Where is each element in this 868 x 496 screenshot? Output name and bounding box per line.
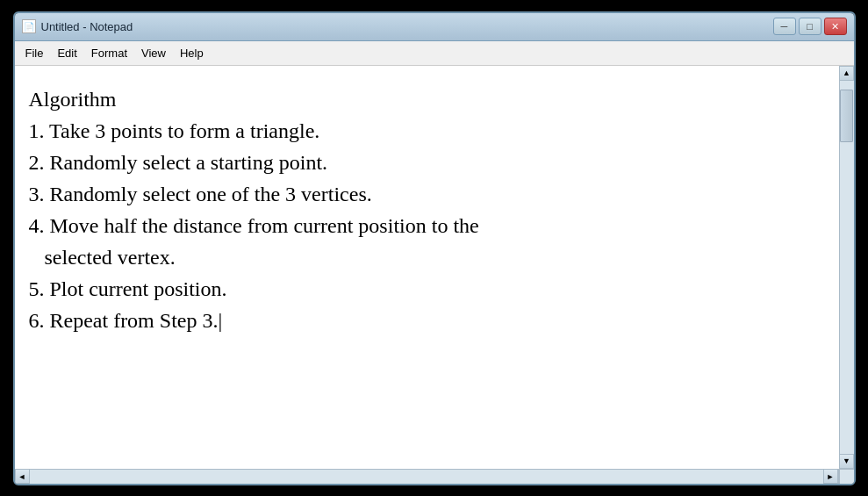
title-bar-left: 📄 Untitled - Notepad <box>22 19 133 33</box>
text-area-wrapper <box>15 66 839 469</box>
close-button[interactable]: ✕ <box>824 18 847 35</box>
menu-file[interactable]: File <box>18 43 51 63</box>
window-controls: ─ □ ✕ <box>773 18 847 35</box>
maximize-button[interactable]: □ <box>799 18 821 35</box>
app-icon-symbol: 📄 <box>24 22 34 32</box>
scroll-track-horizontal[interactable] <box>30 470 823 484</box>
minimize-button[interactable]: ─ <box>773 18 796 35</box>
scroll-down-button[interactable]: ▼ <box>839 454 854 469</box>
scroll-up-button[interactable]: ▲ <box>839 66 854 81</box>
menu-help[interactable]: Help <box>173 43 211 63</box>
bottom-bar: ◄ ► <box>15 469 854 484</box>
app-icon: 📄 <box>22 19 36 33</box>
menu-view[interactable]: View <box>134 43 173 63</box>
title-bar: 📄 Untitled - Notepad ─ □ ✕ <box>15 13 854 41</box>
vertical-scrollbar[interactable]: ▲ ▼ <box>839 66 854 469</box>
scrollbar-corner <box>839 470 854 485</box>
scroll-left-button[interactable]: ◄ <box>15 469 30 484</box>
content-area: ▲ ▼ <box>15 66 854 469</box>
notepad-window: 📄 Untitled - Notepad ─ □ ✕ File Edit For… <box>13 11 856 485</box>
scroll-left-icon: ◄ <box>18 472 26 481</box>
scroll-right-icon: ► <box>827 472 835 481</box>
horizontal-scrollbar[interactable]: ◄ ► <box>15 470 839 484</box>
scroll-track-vertical[interactable] <box>840 81 854 454</box>
scroll-up-icon: ▲ <box>843 68 850 77</box>
menu-format[interactable]: Format <box>84 43 134 63</box>
window-title: Untitled - Notepad <box>41 20 133 33</box>
menu-bar: File Edit Format View Help <box>15 41 854 66</box>
scroll-thumb-vertical[interactable] <box>840 90 853 142</box>
text-editor[interactable] <box>15 66 839 469</box>
menu-edit[interactable]: Edit <box>50 43 83 63</box>
scroll-down-icon: ▼ <box>843 456 850 465</box>
scroll-right-button[interactable]: ► <box>823 469 838 484</box>
